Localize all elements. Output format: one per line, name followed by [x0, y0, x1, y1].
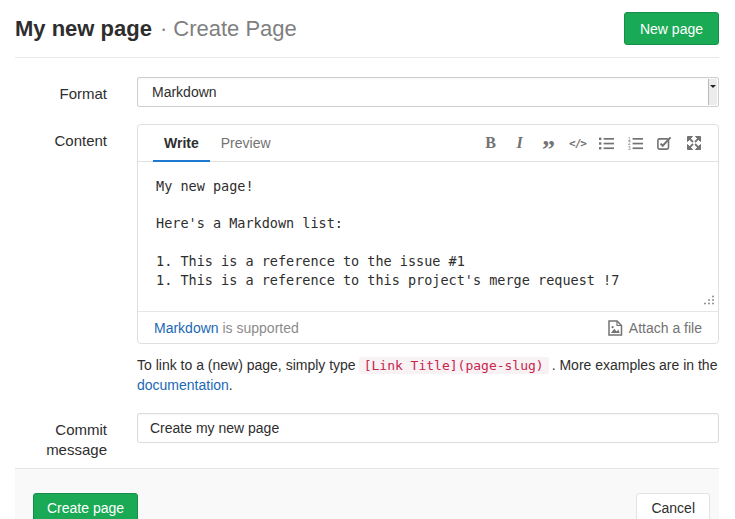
content-textarea[interactable]: My new page! Here's a Markdown list: 1. …: [138, 162, 718, 311]
form-actions: Create page Cancel: [15, 468, 719, 519]
wiki-create-page: My new page·Create Page New page Format …: [0, 0, 735, 519]
bold-button[interactable]: B: [482, 131, 499, 155]
resize-handle[interactable]: [703, 292, 715, 308]
help-text-after: . More examples are in the: [552, 357, 718, 373]
content-row: Content Write Preview B I ” </>: [15, 124, 719, 344]
commit-message-input[interactable]: [137, 413, 719, 443]
italic-button[interactable]: I: [511, 131, 528, 155]
markdown-support-note: Markdown is supported: [154, 320, 299, 336]
quote-icon: ”: [542, 145, 555, 155]
numbered-list-button[interactable]: 1 2 3: [627, 131, 644, 155]
format-select-value: Markdown: [152, 84, 217, 100]
format-row: Format Markdown: [15, 77, 719, 107]
page-header: My new page·Create Page New page: [15, 0, 719, 58]
new-page-button[interactable]: New page: [624, 12, 719, 45]
attach-file-label: Attach a file: [629, 320, 702, 336]
fullscreen-button[interactable]: [685, 131, 702, 155]
cancel-button[interactable]: Cancel: [636, 493, 710, 519]
help-text-suffix: .: [229, 377, 233, 393]
format-select[interactable]: Markdown: [137, 77, 719, 107]
code-icon: </>: [569, 137, 586, 150]
create-page-button[interactable]: Create page: [33, 493, 138, 519]
quote-button[interactable]: ”: [540, 131, 557, 155]
chevron-down-icon: [708, 79, 717, 105]
bullet-list-button[interactable]: [598, 131, 615, 155]
commit-message-label: Commit message: [15, 413, 107, 460]
toolbar-icons: B I ” </> 1 2: [482, 125, 702, 161]
code-snippet: [Link Title](page-slug): [359, 357, 549, 374]
attach-file-button[interactable]: Attach a file: [608, 320, 702, 336]
task-list-icon: [657, 136, 672, 150]
tab-write[interactable]: Write: [153, 125, 210, 162]
code-button[interactable]: </>: [569, 131, 586, 155]
markdown-support-text: is supported: [222, 320, 298, 336]
title-separator: ·: [160, 16, 167, 41]
markdown-editor: Write Preview B I ” </>: [137, 124, 719, 344]
commit-row: Commit message: [15, 413, 719, 460]
help-text-before: To link to a (new) page, simply type: [137, 357, 356, 373]
task-list-button[interactable]: [656, 131, 673, 155]
bold-icon: B: [485, 134, 496, 152]
page-title: My new page·Create Page: [15, 12, 297, 45]
markdown-help-link[interactable]: Markdown: [154, 320, 219, 336]
editor-body: My new page! Here's a Markdown list: 1. …: [138, 162, 718, 311]
help-text: To link to a (new) page, simply type[Lin…: [137, 356, 719, 395]
editor-footer: Markdown is supported Attach a file: [138, 311, 718, 343]
documentation-link[interactable]: documentation: [137, 377, 229, 393]
content-label: Content: [15, 124, 107, 151]
numbered-list-icon: 1 2 3: [628, 137, 643, 150]
editor-toolbar: Write Preview B I ” </>: [138, 125, 718, 162]
page-title-name: My new page: [15, 16, 152, 41]
italic-icon: I: [516, 134, 522, 152]
attach-image-icon: [608, 320, 623, 336]
svg-text:3: 3: [628, 146, 631, 150]
page-title-action: Create Page: [173, 16, 297, 41]
format-label: Format: [15, 77, 107, 104]
fullscreen-icon: [687, 136, 701, 150]
tab-preview[interactable]: Preview: [210, 125, 282, 162]
bullet-list-icon: [599, 137, 614, 150]
